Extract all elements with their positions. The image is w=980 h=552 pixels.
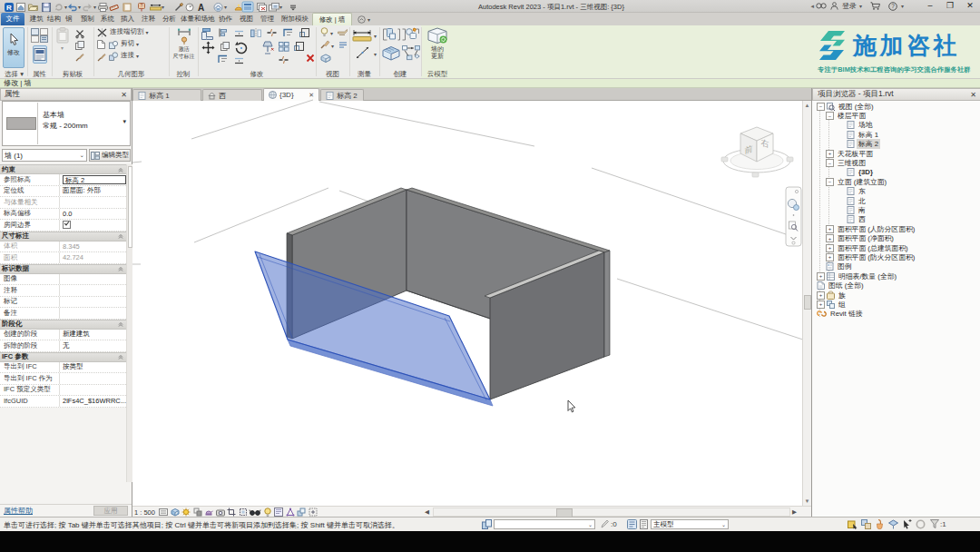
open-icon[interactable] xyxy=(28,2,38,12)
view-tab-close-icon[interactable]: ✕ xyxy=(309,92,314,99)
tree-item-label[interactable]: 面积平面 (防火分区面积) xyxy=(836,252,916,262)
undo-dropdown-icon[interactable]: ▾ xyxy=(78,4,81,10)
create-similar-icon[interactable] xyxy=(402,27,419,42)
properties-help-link[interactable]: 属性帮助 xyxy=(4,506,33,516)
redo-dropdown-icon[interactable]: ▾ xyxy=(93,4,96,10)
join-item[interactable]: 连接▾ xyxy=(121,51,139,60)
section-pin-icon[interactable] xyxy=(118,321,126,327)
minimize-button[interactable]: – xyxy=(920,0,940,11)
tab-6[interactable]: 插入 xyxy=(119,13,136,25)
property-value[interactable]: 无 xyxy=(63,341,70,350)
tree-item[interactable]: +面积平面 (总建筑面积) xyxy=(812,243,979,252)
undo-icon[interactable] xyxy=(67,2,77,12)
tree-item[interactable]: 北 xyxy=(812,196,979,205)
switch-windows-dropdown-icon[interactable]: ▾ xyxy=(279,4,282,10)
modify-tool-offset-icon[interactable] xyxy=(234,28,244,37)
tree-item-label[interactable]: 图例 xyxy=(836,261,854,271)
signin-label[interactable]: 登录 xyxy=(842,1,857,11)
vertical-scroll-thumb[interactable] xyxy=(804,295,811,310)
join-end-cuts-item[interactable]: 连接端切割▾ xyxy=(110,27,149,36)
render-icon[interactable] xyxy=(204,508,213,517)
print-icon[interactable] xyxy=(98,2,108,12)
properties-panel-label[interactable]: 属性 xyxy=(27,70,52,78)
tab-file[interactable]: 文件 xyxy=(1,13,24,25)
tree-item[interactable]: 标高 2 xyxy=(812,140,979,149)
tree-item-label[interactable]: 楼层平面 xyxy=(836,111,867,121)
section-pin-icon[interactable] xyxy=(118,266,126,271)
tab-1[interactable]: 建筑 xyxy=(28,13,45,25)
tree-item-label[interactable]: {3D} xyxy=(857,168,875,176)
analytical-model-icon[interactable] xyxy=(286,508,295,517)
type-selector[interactable]: 基本墙 常规 - 200mm ▾ xyxy=(2,101,131,146)
worksets-combo[interactable]: ⌄ xyxy=(494,519,595,529)
text-icon[interactable]: A xyxy=(196,2,206,12)
tree-item-label[interactable]: 西 xyxy=(857,214,867,224)
activate-dimensions-button[interactable]: 激活 尺寸标注 xyxy=(172,27,196,68)
property-section[interactable]: IFC 参数 xyxy=(0,352,126,362)
canvas-horizontal-scrollbar[interactable] xyxy=(433,508,790,517)
thin-lines-icon[interactable] xyxy=(184,2,194,12)
sync-icon[interactable] xyxy=(54,2,64,12)
pin-state-icon[interactable] xyxy=(916,519,926,529)
view-tab-2[interactable]: 标高 2 xyxy=(320,89,364,101)
tree-item-label[interactable]: 标高 2 xyxy=(857,139,880,149)
wall-update-button[interactable]: 墙的 更新 xyxy=(424,27,451,68)
properties-scrollbar[interactable] xyxy=(126,164,132,482)
unpin-icon[interactable] xyxy=(261,40,274,54)
tree-item-label[interactable]: 场地 xyxy=(857,120,875,130)
tree-item[interactable]: 图例 xyxy=(812,262,979,271)
view-panel-label[interactable]: 视图 xyxy=(316,70,349,78)
property-section[interactable]: 尺寸标注 xyxy=(0,232,126,242)
linework-icon[interactable] xyxy=(338,41,348,49)
help-dropdown-icon[interactable]: ▾ xyxy=(901,3,904,9)
select-panel-label[interactable]: 选择 ▾ xyxy=(1,70,27,78)
revit-logo-icon[interactable]: R xyxy=(4,2,14,12)
angular-dimension-icon[interactable] xyxy=(355,45,371,60)
tab-5[interactable]: 系统 xyxy=(99,13,116,25)
tree-item[interactable]: −立面 (建筑立面) xyxy=(812,177,979,186)
view-scale[interactable]: 1 : 500 xyxy=(134,508,155,517)
create-parts-icon[interactable] xyxy=(382,45,400,60)
expand-icon[interactable]: + xyxy=(826,234,834,242)
modify-tool-mirror-icon[interactable] xyxy=(250,28,261,37)
tree-item-label[interactable]: Revit 链接 xyxy=(828,309,865,319)
tree-item[interactable]: 南 xyxy=(812,205,979,214)
tree-item[interactable]: −三维视图 xyxy=(812,158,979,167)
tree-item[interactable]: −楼层平面 xyxy=(812,111,979,120)
property-value-edit[interactable]: 标高 2 xyxy=(63,175,126,184)
cut-icon[interactable] xyxy=(75,29,84,38)
tree-item[interactable]: +明细表/数量 (全部) xyxy=(812,271,979,281)
tree-item-label[interactable]: 南 xyxy=(857,205,867,215)
save-icon[interactable] xyxy=(41,2,51,12)
worksets-icon[interactable] xyxy=(482,519,492,529)
tree-item-label[interactable]: 面积平面 (净面积) xyxy=(836,233,896,243)
split-tool-icon[interactable] xyxy=(279,55,289,64)
ribbon-state-toggle[interactable]: ▾ xyxy=(358,15,370,24)
section-pin-icon[interactable] xyxy=(118,167,126,172)
tree-item-label[interactable]: 天花板平面 xyxy=(836,149,875,159)
user-icon[interactable] xyxy=(829,1,839,11)
collapse-arrow-icon[interactable]: ◂ xyxy=(810,3,814,10)
tree-item[interactable]: 标高 1 xyxy=(812,130,979,139)
cut-geometry-icon[interactable] xyxy=(109,40,118,49)
scroll-down-icon[interactable]: ▼ xyxy=(803,497,811,506)
property-value[interactable]: 0.0 xyxy=(63,210,72,218)
section-icon[interactable] xyxy=(173,2,183,12)
modify-tool-align-icon[interactable] xyxy=(218,28,228,37)
select-by-face-icon[interactable] xyxy=(888,519,898,529)
app-store-icon[interactable] xyxy=(870,1,880,11)
active-only-icon[interactable] xyxy=(848,519,858,529)
aligned-dimension-dropdown-icon[interactable]: ▾ xyxy=(162,4,164,10)
show-crop-icon[interactable] xyxy=(239,508,248,517)
view-tab-3D[interactable]: {3D}✕ xyxy=(263,88,319,101)
tree-item[interactable]: +天花板平面 xyxy=(812,149,979,158)
move-icon[interactable] xyxy=(201,41,215,54)
hide-elements-icon[interactable] xyxy=(320,27,328,37)
ribbon-cycle-icon[interactable] xyxy=(358,15,366,24)
modify-panel-label[interactable]: 修改 xyxy=(198,70,316,78)
tab-9[interactable]: 体量和场地 xyxy=(179,13,217,25)
filter-icon[interactable] xyxy=(930,519,939,528)
tree-item[interactable]: +面积平面 (人防分区面积) xyxy=(812,224,979,233)
tree-item-label[interactable]: 明细表/数量 (全部) xyxy=(837,271,898,281)
constraints-icon[interactable] xyxy=(309,508,318,517)
